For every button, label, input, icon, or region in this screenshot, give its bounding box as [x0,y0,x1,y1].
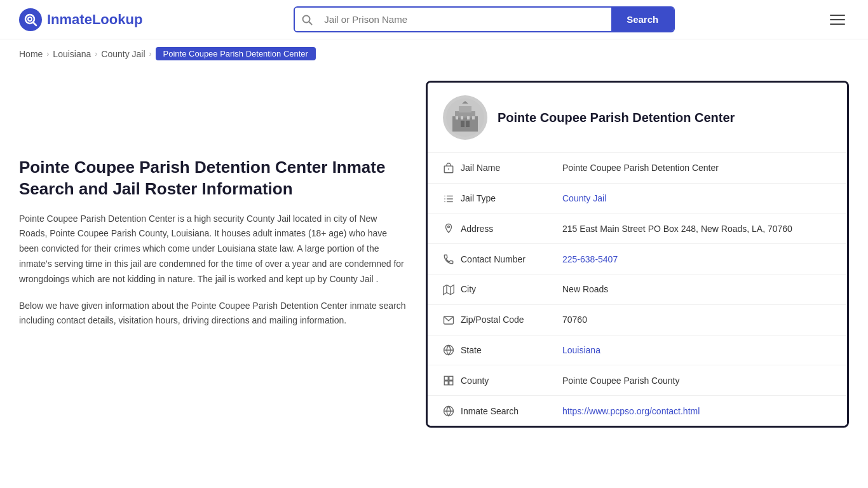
svg-rect-13 [456,116,458,119]
search-icon [295,8,319,31]
breadcrumb-sep-2: › [95,50,97,58]
label-inmate-search: Inmate Search [461,406,562,416]
label-contact: Contact Number [461,254,562,264]
inmate-search-link[interactable]: https://www.pcpso.org/contact.html [562,406,700,416]
info-card: Pointe Coupee Parish Detention Center Ja… [426,81,849,428]
value-jail-type: County Jail [562,193,832,203]
facility-title: Pointe Coupee Parish Detention Center [498,111,735,125]
row-jail-name: Jail Name Pointe Coupee Parish Detention… [428,153,847,184]
svg-line-4 [309,22,312,24]
row-zip: Zip/Postal Code 70760 [428,305,847,336]
state-link[interactable]: Louisiana [562,345,600,355]
svg-point-22 [444,201,445,202]
label-state: State [461,345,562,355]
row-inmate-search: Inmate Search https://www.pcpso.org/cont… [428,396,847,426]
svg-point-23 [448,226,450,228]
map-pin-icon [443,374,461,386]
search-area: Search [294,6,675,32]
svg-rect-8 [459,106,471,112]
globe-icon [443,344,461,356]
right-column: Pointe Coupee Parish Detention Center Ja… [426,81,849,428]
label-county: County [461,376,562,386]
jail-type-link[interactable]: County Jail [562,193,606,203]
map-icon [443,283,461,295]
svg-point-20 [444,195,445,196]
building-icon [443,162,461,174]
value-city: New Roads [562,284,832,294]
logo-text: InmateLookup [47,11,142,28]
label-jail-name: Jail Name [461,163,562,173]
globe2-icon [443,405,461,417]
svg-rect-14 [472,116,475,119]
value-state: Louisiana [562,345,832,355]
site-header: InmateLookup Search [0,0,868,39]
description-2: Below we have given information about th… [19,299,407,329]
label-city: City [461,284,562,294]
breadcrumb-current: Pointe Coupee Parish Detention Center [156,47,316,60]
phone-icon [443,253,461,265]
row-address: Address 215 East Main Street PO Box 248,… [428,214,847,245]
value-contact: 225-638-5407 [562,254,832,264]
row-jail-type: Jail Type County Jail [428,184,847,214]
svg-rect-30 [444,376,448,380]
value-county: Pointe Coupee Parish County [562,376,832,386]
card-header: Pointe Coupee Parish Detention Center [428,83,847,153]
breadcrumb-home[interactable]: Home [19,49,43,59]
logo-icon [19,8,42,31]
row-county: County Pointe Coupee Parish County [428,365,847,396]
row-city: City New Roads [428,274,847,305]
breadcrumb-sep-3: › [149,50,152,58]
contact-link[interactable]: 225-638-5407 [562,254,618,264]
left-column: Pointe Coupee Parish Detention Center In… [19,81,426,428]
breadcrumb-county-jail[interactable]: County Jail [101,49,145,59]
row-contact: Contact Number 225-638-5407 [428,244,847,274]
breadcrumb-sep-1: › [46,50,49,58]
main-content: Pointe Coupee Parish Detention Center In… [0,68,868,453]
page-title: Pointe Coupee Parish Detention Center In… [19,157,407,200]
search-button[interactable]: Search [611,8,674,31]
value-inmate-search: https://www.pcpso.org/contact.html [562,406,832,416]
hamburger-menu[interactable] [826,11,849,29]
facility-image [443,95,487,140]
svg-rect-31 [449,376,453,380]
svg-rect-12 [467,116,470,119]
search-input[interactable] [319,8,611,31]
svg-point-21 [444,198,445,200]
svg-rect-11 [461,116,463,119]
value-zip: 70760 [562,315,832,325]
label-address: Address [461,224,562,234]
row-state: State Louisiana [428,336,847,366]
svg-point-2 [28,17,32,21]
svg-rect-9 [461,121,465,127]
label-zip: Zip/Postal Code [461,315,562,325]
value-jail-name: Pointe Coupee Parish Detention Center [562,163,832,173]
label-jail-type: Jail Type [461,193,562,203]
list-icon [443,193,461,205]
search-wrapper: Search [294,6,675,32]
svg-rect-10 [466,121,470,127]
value-address: 215 East Main Street PO Box 248, New Roa… [562,224,832,234]
description-1: Pointe Coupee Parish Detention Center is… [19,212,407,287]
svg-rect-32 [449,381,453,385]
pin-icon [443,223,461,235]
svg-rect-33 [444,381,448,385]
breadcrumb-louisiana[interactable]: Louisiana [53,49,91,59]
svg-line-1 [33,22,36,25]
breadcrumb: Home › Louisiana › County Jail › Pointe … [0,39,868,68]
envelope-icon [443,314,461,326]
logo-link[interactable]: InmateLookup [19,8,142,31]
svg-marker-24 [444,285,454,294]
